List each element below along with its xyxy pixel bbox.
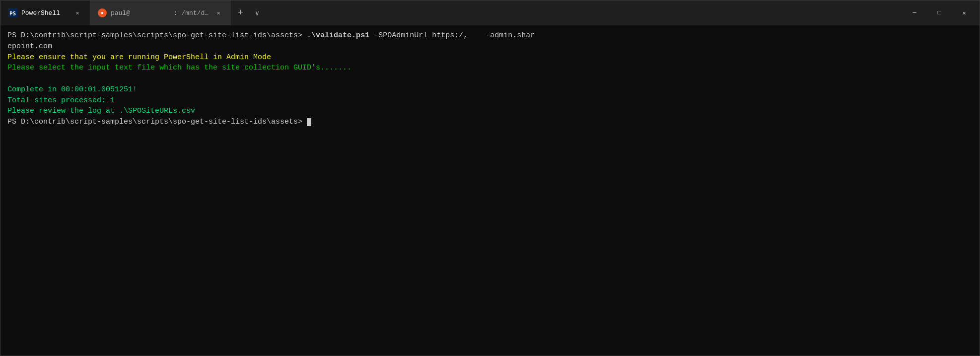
svg-text:PS: PS [9, 10, 16, 17]
maximize-button[interactable]: □ [928, 5, 951, 21]
terminal-line-9: PS D:\contrib\script-samples\scripts\spo… [7, 117, 973, 128]
close-button[interactable]: ✕ [953, 5, 976, 21]
terminal-output[interactable]: PS D:\contrib\script-samples\scripts\spo… [0, 25, 980, 356]
terminal-line-2: epoint.com [7, 41, 973, 52]
terminal-line-8: Please review the log at .\SPOSiteURLs.c… [7, 106, 973, 117]
terminal-line-5 [7, 73, 973, 84]
terminal-line-3: Please ensure that you are running Power… [7, 52, 973, 63]
tab-ubuntu[interactable]: ● paul@ : /mnt/d/cor ✕ [90, 0, 231, 25]
minimize-button[interactable]: — [903, 5, 926, 21]
terminal-line-1: PS D:\contrib\script-samples\scripts\spo… [7, 30, 973, 41]
terminal-line-6: Complete in 00:00:01.0051251! [7, 84, 973, 95]
terminal-line-7: Total sites processed: 1 [7, 95, 973, 106]
powershell-icon: PS [8, 8, 17, 17]
window-controls: — □ ✕ [899, 0, 980, 25]
terminal-window: PS PowerShell ✕ ● paul@ : /mnt/d/cor ✕ + [0, 0, 980, 356]
tab-powershell-close[interactable]: ✕ [73, 8, 82, 17]
new-tab-button[interactable]: + [231, 0, 250, 25]
tabs-area: PS PowerShell ✕ ● paul@ : /mnt/d/cor ✕ + [0, 0, 899, 25]
ubuntu-icon: ● [98, 8, 107, 17]
tab-dropdown-button[interactable]: ∨ [250, 0, 264, 25]
terminal-cursor [307, 118, 311, 126]
tab-ubuntu-label: paul@ : /mnt/d/cor [111, 9, 210, 17]
tab-ubuntu-close[interactable]: ✕ [214, 8, 223, 17]
terminal-line-4: Please select the input text file which … [7, 63, 973, 73]
tab-powershell[interactable]: PS PowerShell ✕ [0, 0, 90, 25]
title-bar: PS PowerShell ✕ ● paul@ : /mnt/d/cor ✕ + [0, 0, 980, 25]
tab-powershell-label: PowerShell [21, 9, 60, 17]
